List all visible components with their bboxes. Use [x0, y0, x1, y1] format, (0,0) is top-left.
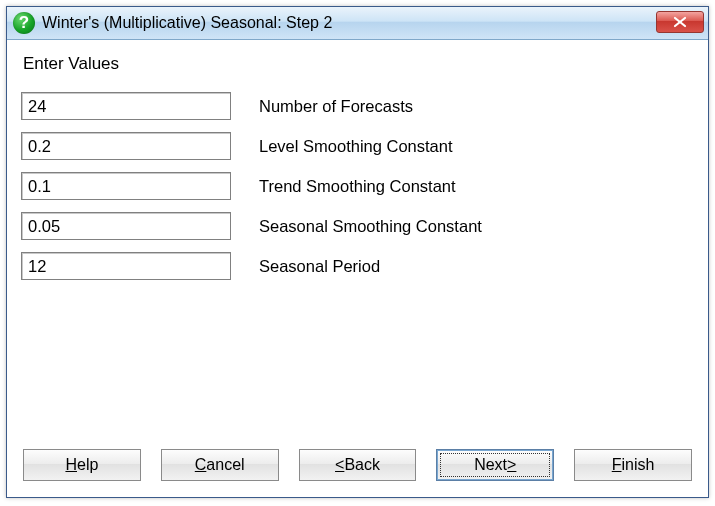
num-forecasts-input[interactable]: [21, 92, 231, 120]
btn-mnemonic: >: [507, 456, 516, 474]
btn-mnemonic: C: [195, 456, 207, 474]
num-forecasts-label: Number of Forecasts: [241, 97, 694, 116]
seasonal-smoothing-label: Seasonal Smoothing Constant: [241, 217, 694, 236]
btn-text: elp: [77, 456, 98, 474]
btn-text: ancel: [206, 456, 244, 474]
btn-mnemonic: H: [65, 456, 77, 474]
btn-text: Next: [474, 456, 507, 474]
help-button[interactable]: Help: [23, 449, 141, 481]
dialog-window: ? Winter's (Multiplicative) Seasonal: St…: [6, 6, 709, 498]
finish-button[interactable]: Finish: [574, 449, 692, 481]
dialog-body: Enter Values Number of Forecasts Level S…: [7, 40, 708, 497]
window-title: Winter's (Multiplicative) Seasonal: Step…: [42, 14, 332, 32]
seasonal-smoothing-input[interactable]: [21, 212, 231, 240]
seasonal-period-input[interactable]: [21, 252, 231, 280]
trend-smoothing-input[interactable]: [21, 172, 231, 200]
seasonal-period-label: Seasonal Period: [241, 257, 694, 276]
button-row: Help Cancel < Back Next > Finish: [21, 445, 694, 485]
trend-smoothing-label: Trend Smoothing Constant: [241, 177, 694, 196]
btn-mnemonic: <: [335, 456, 344, 474]
close-button[interactable]: [656, 11, 704, 33]
btn-text: Back: [344, 456, 380, 474]
level-smoothing-label: Level Smoothing Constant: [241, 137, 694, 156]
next-button[interactable]: Next >: [436, 449, 554, 481]
level-smoothing-input[interactable]: [21, 132, 231, 160]
close-icon: [673, 16, 687, 28]
titlebar: ? Winter's (Multiplicative) Seasonal: St…: [7, 7, 708, 40]
btn-mnemonic: F: [612, 456, 622, 474]
section-heading: Enter Values: [23, 54, 694, 74]
btn-text: inish: [622, 456, 655, 474]
cancel-button[interactable]: Cancel: [161, 449, 279, 481]
back-button[interactable]: < Back: [299, 449, 417, 481]
help-icon: ?: [13, 12, 35, 34]
fields-grid: Number of Forecasts Level Smoothing Cons…: [21, 88, 694, 284]
